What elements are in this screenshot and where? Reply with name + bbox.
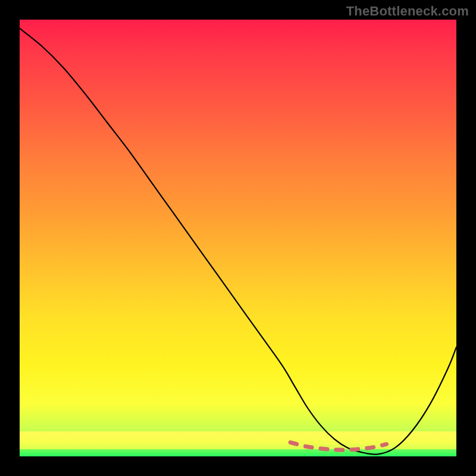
- curve-layer: [20, 20, 456, 456]
- plot-frame: [20, 20, 456, 456]
- chart-container: TheBottleneck.com: [0, 0, 476, 476]
- watermark-text: TheBottleneck.com: [346, 4, 469, 19]
- bottleneck-curve: [20, 29, 456, 455]
- dotted-segment: [290, 443, 386, 450]
